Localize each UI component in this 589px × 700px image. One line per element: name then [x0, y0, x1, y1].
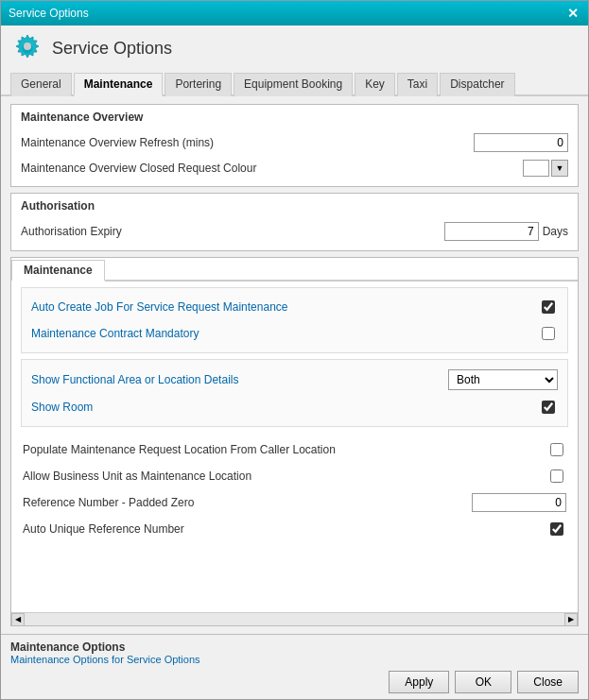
- bottom-info-title: Maintenance Options: [10, 640, 579, 654]
- allow-business-unit-row: Allow Business Unit as Maintenance Locat…: [23, 463, 566, 489]
- populate-location-row: Populate Maintenance Request Location Fr…: [23, 436, 566, 463]
- populate-location-checkbox-wrapper: [547, 440, 566, 459]
- dialog-content: Maintenance Overview Maintenance Overvie…: [1, 96, 588, 634]
- expiry-input-group: Days: [444, 222, 568, 241]
- functional-area-group: Show Functional Area or Location Details…: [21, 359, 568, 427]
- show-room-row: Show Room: [31, 394, 558, 420]
- refresh-label: Maintenance Overview Refresh (mins): [21, 136, 466, 149]
- title-bar-text: Service Options: [9, 7, 89, 20]
- maintenance-scroll-content: Auto Create Job For Service Request Main…: [11, 282, 578, 612]
- allow-business-unit-checkbox[interactable]: [550, 470, 563, 483]
- ok-button[interactable]: OK: [455, 671, 511, 693]
- main-tab-bar: General Maintenance Portering Equipment …: [1, 71, 588, 96]
- refresh-input[interactable]: [474, 133, 568, 152]
- days-label: Days: [543, 225, 568, 238]
- expiry-input[interactable]: [444, 222, 539, 241]
- contract-mandatory-row: Maintenance Contract Mandatory: [31, 320, 558, 347]
- maintenance-inner-panel: Maintenance Auto Create Job For Service …: [10, 257, 579, 626]
- functional-area-dropdown-wrapper: Both Functional Area Location Details: [448, 369, 558, 390]
- auto-unique-ref-row: Auto Unique Reference Number: [23, 516, 566, 542]
- scroll-area: Auto Create Job For Service Request Main…: [11, 282, 578, 612]
- colour-dropdown-button[interactable]: ▼: [551, 160, 568, 177]
- reference-number-label: Reference Number - Padded Zero: [23, 496, 464, 509]
- bottom-info: Maintenance Options Maintenance Options …: [10, 640, 579, 665]
- maintenance-overview-section: Maintenance Overview Maintenance Overvie…: [10, 104, 579, 187]
- authorisation-section: Authorisation Authorisation Expiry Days: [10, 193, 579, 251]
- service-options-icon: [12, 33, 43, 63]
- inner-tab-bar: Maintenance: [11, 258, 578, 282]
- allow-business-unit-label: Allow Business Unit as Maintenance Locat…: [23, 470, 540, 483]
- inner-tab-maintenance[interactable]: Maintenance: [11, 260, 105, 282]
- bottom-info-sub: Maintenance Options for Service Options: [10, 654, 579, 665]
- populate-location-label: Populate Maintenance Request Location Fr…: [23, 443, 540, 456]
- extra-fields-section: Populate Maintenance Request Location Fr…: [11, 433, 578, 546]
- button-row: Apply OK Close: [10, 671, 579, 693]
- auto-unique-ref-checkbox[interactable]: [550, 522, 563, 536]
- reference-number-input[interactable]: [472, 493, 566, 512]
- svg-point-1: [24, 43, 31, 50]
- scroll-right-button[interactable]: ▶: [564, 613, 578, 626]
- tab-equipment-booking[interactable]: Equipment Booking: [234, 73, 353, 96]
- close-button[interactable]: Close: [517, 671, 579, 693]
- functional-area-select[interactable]: Both Functional Area Location Details: [448, 369, 558, 390]
- horizontal-scrollbar: ◀ ▶: [11, 612, 578, 625]
- scroll-track: [25, 613, 564, 625]
- show-room-checkbox[interactable]: [542, 401, 555, 414]
- service-options-dialog: Service Options ✕ Service Options Genera…: [0, 0, 589, 700]
- bottom-bar: Maintenance Options Maintenance Options …: [1, 634, 588, 699]
- auto-create-label: Auto Create Job For Service Request Main…: [31, 300, 531, 314]
- contract-mandatory-checkbox-wrapper: [539, 324, 558, 343]
- show-room-label: Show Room: [31, 401, 531, 414]
- tab-maintenance[interactable]: Maintenance: [74, 73, 164, 96]
- auto-create-group: Auto Create Job For Service Request Main…: [21, 287, 568, 353]
- tab-taxi[interactable]: Taxi: [397, 73, 438, 96]
- tab-dispatcher[interactable]: Dispatcher: [440, 73, 514, 96]
- dialog-header: Service Options: [1, 26, 588, 71]
- reference-number-row: Reference Number - Padded Zero: [23, 489, 566, 516]
- closed-colour-field-row: Maintenance Overview Closed Request Colo…: [21, 156, 568, 180]
- title-bar: Service Options ✕: [1, 1, 588, 26]
- colour-picker: ▼: [523, 160, 568, 177]
- auto-unique-ref-label: Auto Unique Reference Number: [23, 522, 540, 536]
- apply-button[interactable]: Apply: [389, 671, 449, 693]
- contract-mandatory-checkbox[interactable]: [542, 327, 555, 340]
- closed-colour-label: Maintenance Overview Closed Request Colo…: [21, 162, 515, 175]
- functional-area-label: Show Functional Area or Location Details: [31, 373, 441, 386]
- auto-create-row: Auto Create Job For Service Request Main…: [31, 294, 558, 320]
- allow-business-unit-checkbox-wrapper: [547, 467, 566, 486]
- auto-create-checkbox[interactable]: [542, 300, 555, 314]
- auto-create-checkbox-wrapper: [539, 298, 558, 316]
- tab-key[interactable]: Key: [355, 73, 395, 96]
- functional-area-row: Show Functional Area or Location Details…: [31, 366, 558, 394]
- auto-unique-ref-checkbox-wrapper: [547, 520, 566, 538]
- tab-portering[interactable]: Portering: [165, 73, 232, 96]
- expiry-label: Authorisation Expiry: [21, 225, 437, 238]
- authorisation-title: Authorisation: [21, 199, 568, 213]
- close-window-button[interactable]: ✕: [565, 7, 580, 20]
- maintenance-overview-title: Maintenance Overview: [21, 111, 568, 124]
- scroll-left-button[interactable]: ◀: [11, 613, 25, 626]
- dialog-title: Service Options: [52, 39, 172, 59]
- contract-mandatory-label: Maintenance Contract Mandatory: [31, 327, 531, 340]
- show-room-checkbox-wrapper: [539, 398, 558, 417]
- colour-box[interactable]: [523, 160, 549, 177]
- refresh-field-row: Maintenance Overview Refresh (mins): [21, 129, 568, 156]
- tab-general[interactable]: General: [10, 73, 72, 96]
- expiry-field-row: Authorisation Expiry Days: [21, 218, 568, 245]
- populate-location-checkbox[interactable]: [550, 443, 563, 456]
